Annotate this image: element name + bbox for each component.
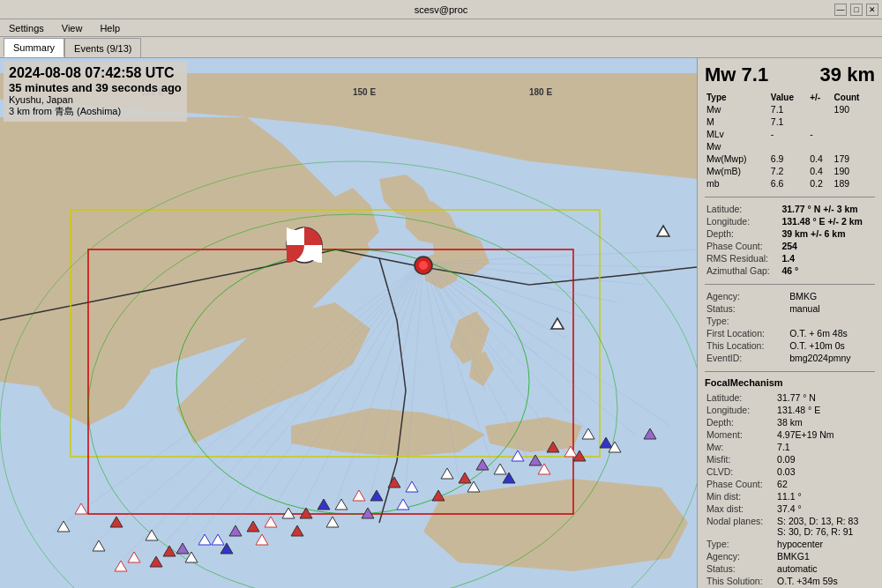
focal-moment-label: Moment:	[705, 428, 775, 441]
table-row: Min dist: 11.1 °	[705, 490, 875, 502]
menu-view[interactable]: View	[58, 21, 86, 35]
menu-help[interactable]: Help	[96, 21, 123, 35]
tab-events[interactable]: Events (9/13)	[64, 38, 141, 57]
magnitude-depth-header: Mw 7.1 39 km	[705, 63, 875, 86]
focal-type-value: hypocenter	[775, 538, 875, 550]
table-row: Mw(Mwp) 6.9 0.4 179	[705, 153, 875, 165]
table-row: This Solution: O.T. +34m 59s	[705, 575, 875, 587]
focal-mindist-label: Min dist:	[705, 490, 775, 502]
table-row: Longitude: 131.48 ° E +/- 2 km	[705, 215, 875, 227]
tabbar: Summary Events (9/13)	[0, 37, 882, 58]
this-loc-value: O.T. +10m 0s	[788, 339, 875, 352]
table-row: Status: automatic	[705, 562, 875, 575]
rms-label: RMS Residual:	[705, 252, 780, 264]
value-cell: 7.2	[769, 165, 808, 177]
map-area[interactable]: 120 E 150 E 180 E 2024-08-08 07:42:58 UT…	[0, 58, 697, 588]
type-cell: Mw(mB)	[705, 165, 769, 177]
table-row: Agency: BMKG	[705, 290, 875, 302]
info-panel: Mw 7.1 39 km Type Value +/- Count Mw 7.1…	[697, 58, 882, 588]
first-loc-value: O.T. + 6m 48s	[788, 327, 875, 339]
svg-text:180 E: 180 E	[529, 87, 552, 97]
focal-clvd-value: 0.03	[775, 465, 875, 478]
table-row: Mw	[705, 140, 875, 153]
focal-moment-value: 4.97E+19 Nm	[775, 428, 875, 441]
divider-2	[705, 284, 875, 285]
maximize-button[interactable]: □	[850, 4, 863, 16]
azimuthal-label: Azimuthal Gap:	[705, 264, 780, 277]
type-label: Type:	[705, 315, 788, 327]
table-row: Depth: 38 km	[705, 416, 875, 428]
pm-cell	[808, 103, 832, 115]
table-row: Nodal planes: S: 203, D: 13, R: 83 S: 30…	[705, 515, 875, 538]
agency-table: Agency: BMKG Status: manual Type: First …	[705, 290, 875, 364]
focal-status-value: automatic	[775, 562, 875, 575]
minimize-button[interactable]: —	[834, 4, 847, 16]
table-row: This Location: O.T. +10m 0s	[705, 339, 875, 352]
col-value: Value	[769, 92, 808, 103]
table-row: EventID: bmg2024pmny	[705, 352, 875, 364]
focal-lon-value: 131.48 ° E	[775, 404, 875, 416]
focal-phase-value: 62	[775, 478, 875, 490]
table-row: Mw: 7.1	[705, 441, 875, 453]
status-label: Status:	[705, 302, 788, 315]
focal-solution-label: This Solution:	[705, 575, 775, 587]
focal-clvd-label: CLVD:	[705, 465, 775, 478]
table-row: Phase Count: 62	[705, 478, 875, 490]
agency-value: BMKG	[788, 290, 875, 302]
focal-header: FocalMechanism	[705, 377, 875, 388]
focal-phase-label: Phase Count:	[705, 478, 775, 490]
count-cell: 190	[833, 165, 875, 177]
location-table: Latitude: 31.77 ° N +/- 3 km Longitude: …	[705, 203, 875, 277]
event-id-label: EventID:	[705, 352, 788, 364]
pm-cell	[808, 115, 832, 128]
tab-summary[interactable]: Summary	[4, 38, 64, 57]
lon-label: Longitude:	[705, 215, 780, 227]
table-row: Depth: 39 km +/- 6 km	[705, 227, 875, 240]
focal-lat-value: 31.77 ° N	[775, 391, 875, 404]
this-loc-label: This Location:	[705, 339, 788, 352]
pm-cell: 0.4	[808, 153, 832, 165]
focal-mw-value: 7.1	[775, 441, 875, 453]
count-cell	[833, 128, 875, 140]
focal-status-label: Status:	[705, 562, 775, 575]
table-row: Type:	[705, 315, 875, 327]
svg-text:150 E: 150 E	[353, 87, 376, 97]
focal-mindist-value: 11.1 °	[775, 490, 875, 502]
table-row: RMS Residual: 1.4	[705, 252, 875, 264]
table-row: First Location: O.T. + 6m 48s	[705, 327, 875, 339]
event-datetime: 2024-08-08 07:42:58 UTC	[9, 65, 182, 81]
focal-depth-value: 38 km	[775, 416, 875, 428]
divider-1	[705, 197, 875, 197]
col-type: Type	[705, 92, 769, 103]
count-cell: 190	[833, 103, 875, 115]
left-info-overlay: 2024-08-08 07:42:58 UTC 35 minutes and 3…	[4, 62, 187, 122]
table-row: Max dist: 37.4 °	[705, 502, 875, 515]
count-cell: 189	[833, 177, 875, 190]
table-row: Mw 7.1 190	[705, 103, 875, 115]
status-value: manual	[788, 302, 875, 315]
close-button[interactable]: ✕	[866, 4, 878, 16]
type-cell: MLv	[705, 128, 769, 140]
azimuthal-value: 46 °	[780, 264, 875, 277]
count-cell	[833, 115, 875, 128]
pm-cell: -	[808, 128, 832, 140]
divider-3	[705, 371, 875, 372]
menu-settings[interactable]: Settings	[5, 21, 48, 35]
table-row: mb 6.6 0.2 189	[705, 177, 875, 190]
focal-depth-label: Depth:	[705, 416, 775, 428]
type-cell: mb	[705, 177, 769, 190]
value-cell	[769, 140, 808, 153]
table-row: M 7.1	[705, 115, 875, 128]
type-cell: M	[705, 115, 769, 128]
focal-nodal-label: Nodal planes:	[705, 515, 775, 538]
titlebar: scesv@proc — □ ✕	[0, 0, 882, 19]
table-row: Status: manual	[705, 302, 875, 315]
titlebar-title: scesv@proc	[415, 4, 468, 15]
titlebar-controls: — □ ✕	[834, 4, 878, 16]
table-row: Latitude: 31.77 ° N	[705, 391, 875, 404]
table-row: Misfit: 0.09	[705, 453, 875, 465]
focal-lon-label: Longitude:	[705, 404, 775, 416]
focal-agency-value: BMKG1	[775, 550, 875, 562]
table-row: Latitude: 31.77 ° N +/- 3 km	[705, 203, 875, 215]
table-row: Azimuthal Gap: 46 °	[705, 264, 875, 277]
